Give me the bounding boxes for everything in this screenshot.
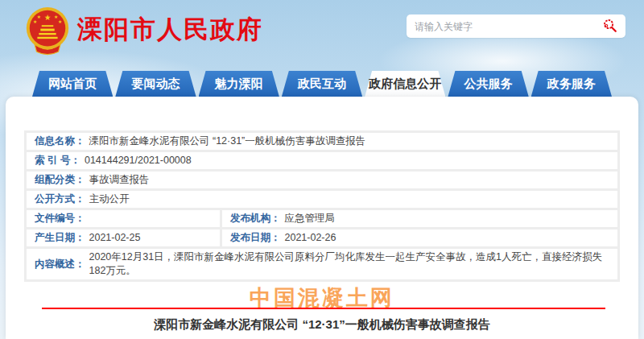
index-label: 索 引 号： <box>35 154 80 167</box>
tab-charm-liyang-label: 魅力溧阳 <box>215 76 263 90</box>
tab-gov-service-label: 政务服务 <box>547 76 596 90</box>
cell-doc-no: 文件编号： <box>27 210 220 227</box>
table-row-dates: 产生日期： 2021-02-25 发布日期： 2021-02-26 <box>27 229 617 246</box>
cell-name: 信息名称： 溧阳市新金峰水泥有限公司 “12·31”一般机械伤害事故调查报告 <box>27 133 617 150</box>
table-row-summary: 内容概述： 2020年12月31日，溧阳市新金峰水泥有限公司原料分厂均化库发生一… <box>27 249 617 279</box>
published-date-label: 发布日期： <box>230 231 281 245</box>
site-header: ★ ★ ★ ★ ★ 溧阳市人民政府 <box>0 0 644 71</box>
cell-summary: 内容概述： 2020年12月31日，溧阳市新金峰水泥有限公司原料分厂均化库发生一… <box>27 249 617 279</box>
tab-public-interaction[interactable]: 政民互动 <box>282 71 362 97</box>
red-divider-line <box>42 308 605 309</box>
tab-home-label: 网站首页 <box>48 76 97 90</box>
tab-news-label: 要闻动态 <box>131 76 180 90</box>
published-date-value: 2021-02-26 <box>285 231 336 245</box>
article-title: 溧阳市新金峰水泥有限公司 “12·31”一般机械伤害事故调查报告 <box>6 317 638 333</box>
publisher-label: 发布机构： <box>230 212 281 225</box>
category-value: 事故调查报告 <box>89 173 150 187</box>
table-row-index: 索 引 号： 014144291/2021-00008 <box>27 152 617 169</box>
table-row-name: 信息名称： 溧阳市新金峰水泥有限公司 “12·31”一般机械伤害事故调查报告 <box>27 133 617 150</box>
category-label: 组配分类： <box>35 173 85 187</box>
summary-label: 内容概述： <box>35 258 85 271</box>
svg-text:★: ★ <box>37 14 41 19</box>
tab-info-disclosure-label: 政府信息公开 <box>369 76 441 90</box>
table-row-docno-publisher: 文件编号： 发布机构： 应急管理局 <box>27 210 617 227</box>
national-emblem-icon: ★ ★ ★ ★ ★ <box>23 5 72 56</box>
cell-published-date: 发布日期： 2021-02-26 <box>222 229 617 246</box>
created-date-label: 产生日期： <box>35 231 85 245</box>
summary-value: 2020年12月31日，溧阳市新金峰水泥有限公司原料分厂均化库发生一起生产安全事… <box>89 250 610 278</box>
page: ★ ★ ★ ★ ★ 溧阳市人民政府 <box>0 0 644 339</box>
tab-public-interaction-label: 政民互动 <box>298 76 346 90</box>
tab-home[interactable]: 网站首页 <box>32 71 113 97</box>
publisher-value: 应急管理局 <box>285 212 336 225</box>
svg-text:★: ★ <box>58 19 62 24</box>
svg-text:★: ★ <box>44 13 52 22</box>
search-button[interactable] <box>601 19 617 35</box>
cell-method: 公开方式： 主动公开 <box>27 191 617 208</box>
tab-charm-liyang[interactable]: 魅力溧阳 <box>199 71 279 97</box>
content-panel: 信息名称： 溧阳市新金峰水泥有限公司 “12·31”一般机械伤害事故调查报告 索… <box>6 97 638 339</box>
name-label: 信息名称： <box>35 134 85 148</box>
cell-index: 索 引 号： 014144291/2021-00008 <box>27 152 617 169</box>
site-title: 溧阳市人民政府 <box>77 13 263 47</box>
tab-info-disclosure[interactable]: 政府信息公开 <box>365 71 445 97</box>
name-value: 溧阳市新金峰水泥有限公司 “12·31”一般机械伤害事故调查报告 <box>89 134 366 148</box>
method-value: 主动公开 <box>89 192 130 206</box>
main-nav: 网站首页 要闻动态 魅力溧阳 政民互动 政府信息公开 公共服务 政务服务 <box>0 71 644 97</box>
search-input[interactable] <box>415 21 601 32</box>
method-label: 公开方式： <box>35 192 85 206</box>
cell-publisher: 发布机构： 应急管理局 <box>222 210 617 227</box>
tab-gov-service[interactable]: 政务服务 <box>531 71 612 97</box>
table-row-method: 公开方式： 主动公开 <box>27 191 617 208</box>
search-box <box>407 14 625 38</box>
created-date-value: 2021-02-25 <box>89 231 141 245</box>
tab-public-service-label: 公共服务 <box>464 76 513 90</box>
cell-created-date: 产生日期： 2021-02-25 <box>27 229 220 246</box>
cell-category: 组配分类： 事故调查报告 <box>27 172 617 188</box>
doc-no-label: 文件编号： <box>35 212 85 225</box>
svg-text:★: ★ <box>33 19 37 24</box>
tab-news[interactable]: 要闻动态 <box>115 71 196 97</box>
tab-public-service[interactable]: 公共服务 <box>448 71 528 97</box>
table-row-category: 组配分类： 事故调查报告 <box>27 172 617 188</box>
index-value: 014144291/2021-00008 <box>85 154 192 167</box>
info-table: 信息名称： 溧阳市新金峰水泥有限公司 “12·31”一般机械伤害事故调查报告 索… <box>24 130 620 282</box>
search-icon <box>602 18 617 35</box>
